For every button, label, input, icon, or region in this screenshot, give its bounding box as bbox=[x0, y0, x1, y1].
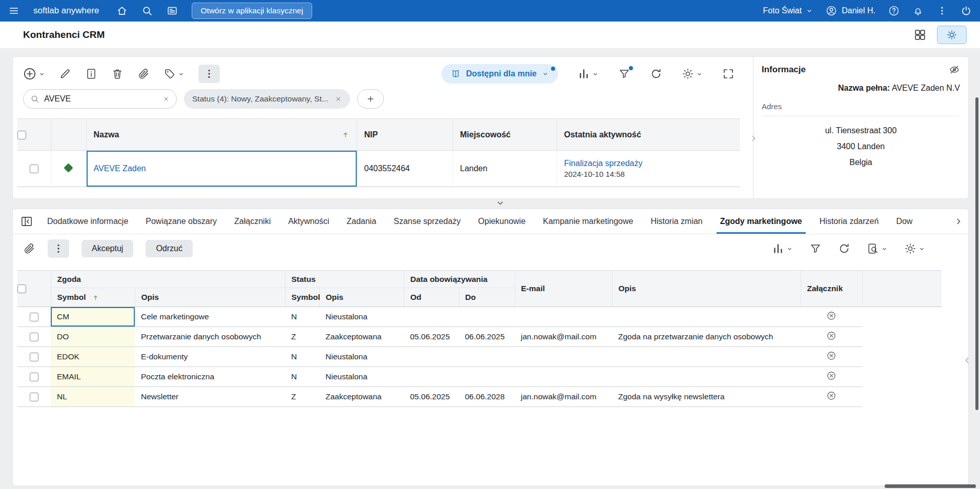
add-filter-button[interactable] bbox=[357, 89, 384, 109]
hide-panel-icon[interactable] bbox=[949, 64, 960, 75]
more-actions-button[interactable] bbox=[198, 65, 220, 83]
symbol-column-header[interactable]: Symbol bbox=[51, 288, 135, 307]
consent-description-link[interactable]: Newsletter bbox=[135, 387, 285, 407]
from-column-header[interactable]: Od bbox=[404, 288, 459, 307]
logout-icon[interactable] bbox=[961, 5, 972, 16]
tab-zadania[interactable]: Zadania bbox=[338, 209, 385, 234]
record-details-button[interactable] bbox=[85, 68, 97, 80]
consent-refresh-button[interactable] bbox=[838, 242, 850, 255]
consent-row[interactable]: EDOK E-dokumenty N Nieustalona bbox=[17, 347, 942, 367]
attachment-column-header[interactable]: Załącznik bbox=[801, 271, 862, 307]
layout-grid-icon[interactable] bbox=[913, 28, 927, 42]
consent-symbol-cell[interactable]: DO bbox=[51, 327, 135, 347]
contractor-name-cell[interactable]: AVEVE Zaden bbox=[86, 151, 357, 187]
consent-description-link[interactable]: Poczta elektroniczna bbox=[135, 367, 285, 387]
consent-row[interactable]: EMAIL Poczta elektroniczna N Nieustalona bbox=[17, 367, 942, 387]
tab-opiekunowie[interactable]: Opiekunowie bbox=[469, 209, 535, 234]
status-symbol-column-header[interactable]: Symbol bbox=[285, 288, 319, 307]
consent-symbol-cell[interactable]: NL bbox=[51, 387, 135, 407]
consent-row[interactable]: CM Cele marketingowe N Nieustalona bbox=[17, 307, 942, 327]
tags-button[interactable] bbox=[164, 68, 185, 80]
home-icon[interactable] bbox=[116, 5, 128, 16]
email-column-header[interactable]: E-mail bbox=[515, 271, 612, 307]
tab-kampanie-marketingowe[interactable]: Kampanie marketingowe bbox=[534, 209, 642, 234]
nip-column-header[interactable]: NIP bbox=[357, 119, 453, 151]
filter-button[interactable] bbox=[618, 68, 630, 80]
refresh-button[interactable] bbox=[650, 68, 662, 80]
list-search-input[interactable]: AVEVE bbox=[23, 89, 177, 109]
status-filter-chip[interactable]: Status (4): Nowy, Zaakceptowany, St... bbox=[184, 89, 350, 109]
edit-record-button[interactable] bbox=[59, 68, 71, 80]
vertical-scrollbar[interactable] bbox=[975, 97, 978, 410]
user-menu[interactable]: Daniel H. bbox=[826, 5, 875, 16]
remove-filter-icon[interactable] bbox=[335, 95, 342, 103]
select-all-checkbox[interactable] bbox=[17, 131, 26, 139]
tab-historia-zdarzen[interactable]: Historia zdarzeń bbox=[811, 209, 888, 234]
chart-view-button[interactable] bbox=[578, 68, 599, 80]
tab-zalaczniki[interactable]: Załączniki bbox=[226, 209, 279, 234]
open-classic-app-button[interactable]: Otwórz w aplikacji klasycznej bbox=[192, 3, 313, 19]
attachments-button[interactable] bbox=[137, 68, 150, 80]
side-panel-collapse-toggle[interactable] bbox=[963, 356, 972, 365]
row-checkbox[interactable] bbox=[30, 333, 38, 341]
status-description-column-header[interactable]: Opis bbox=[319, 288, 404, 307]
tabs-scroll-right[interactable] bbox=[940, 210, 968, 233]
row-checkbox[interactable] bbox=[30, 373, 38, 381]
news-icon[interactable] bbox=[167, 5, 178, 16]
activity-link[interactable]: Finalizacja sprzedaży bbox=[564, 159, 733, 168]
tab-szanse-sprzedazy[interactable]: Szanse sprzedaży bbox=[385, 209, 469, 234]
accept-button[interactable]: Akceptuj bbox=[81, 240, 133, 257]
clear-search-icon[interactable] bbox=[162, 95, 170, 103]
consent-settings-button[interactable] bbox=[904, 242, 925, 255]
to-column-header[interactable]: Do bbox=[459, 288, 515, 307]
description-column-header[interactable]: Opis bbox=[612, 271, 801, 307]
consent-row[interactable]: DO Przetwarzanie danych osobowych Z Zaak… bbox=[17, 327, 942, 347]
name-column-header[interactable]: Nazwa bbox=[86, 119, 357, 151]
add-record-button[interactable] bbox=[23, 67, 45, 80]
attachment-icon[interactable] bbox=[826, 311, 836, 321]
attachment-icon[interactable] bbox=[826, 371, 836, 381]
consent-chart-view-button[interactable] bbox=[772, 242, 793, 255]
consent-symbol-cell[interactable]: EMAIL bbox=[51, 367, 135, 387]
consent-row[interactable]: NL Newsletter Z Zaakceptowana 05.06.2025… bbox=[17, 387, 942, 407]
attachment-icon[interactable] bbox=[826, 331, 836, 341]
menu-icon[interactable] bbox=[8, 5, 19, 16]
theme-toggle-button[interactable] bbox=[937, 26, 967, 44]
consent-description-link[interactable]: Przetwarzanie danych osobowych bbox=[135, 327, 285, 347]
consent-description-link[interactable]: Cele marketingowe bbox=[135, 307, 285, 327]
attachment-icon[interactable] bbox=[826, 391, 836, 401]
row-checkbox[interactable] bbox=[30, 313, 38, 321]
horizontal-scrollbar[interactable] bbox=[885, 484, 976, 488]
detail-form-icon[interactable] bbox=[20, 215, 33, 228]
split-collapse-button[interactable] bbox=[495, 198, 505, 208]
row-checkbox[interactable] bbox=[30, 165, 38, 173]
company-switcher[interactable]: Foto Świat bbox=[763, 6, 813, 15]
fullscreen-button[interactable] bbox=[722, 68, 734, 80]
contractor-row[interactable]: AVEVE Zaden 0403552464 Landen Finalizacj… bbox=[17, 151, 740, 187]
consent-symbol-cell[interactable]: CM bbox=[51, 307, 135, 327]
attachment-icon[interactable] bbox=[826, 351, 836, 361]
consent-more-actions-button[interactable] bbox=[48, 239, 69, 258]
settings-button[interactable] bbox=[682, 68, 703, 80]
city-column-header[interactable]: Miejscowość bbox=[453, 119, 557, 151]
delete-record-button[interactable] bbox=[111, 68, 124, 80]
tab-powiazane-obszary[interactable]: Powiązane obszary bbox=[137, 209, 226, 234]
consent-attachments-button[interactable] bbox=[23, 242, 35, 255]
tab-aktywnosci[interactable]: Aktywności bbox=[279, 209, 338, 234]
more-options-icon[interactable] bbox=[936, 5, 948, 16]
scope-filter-button[interactable]: Dostępni dla mnie bbox=[441, 64, 558, 84]
row-checkbox[interactable] bbox=[30, 353, 38, 361]
help-icon[interactable] bbox=[888, 5, 900, 16]
global-search-icon[interactable] bbox=[141, 5, 153, 16]
tab-truncated[interactable]: Dow bbox=[887, 209, 921, 234]
tab-historia-zmian[interactable]: Historia zmian bbox=[642, 209, 711, 234]
consent-description-column-header[interactable]: Opis bbox=[135, 288, 285, 307]
notifications-icon[interactable] bbox=[912, 5, 924, 16]
select-all-checkbox[interactable] bbox=[17, 284, 26, 293]
consent-symbol-cell[interactable]: EDOK bbox=[51, 347, 135, 367]
consent-search-button[interactable] bbox=[867, 242, 888, 255]
tab-zgody-marketingowe[interactable]: Zgody marketingowe bbox=[711, 209, 811, 234]
tab-dodatkowe-informacje[interactable]: Dodatkowe informacje bbox=[38, 209, 137, 234]
consent-filter-button[interactable] bbox=[809, 242, 822, 255]
row-checkbox[interactable] bbox=[30, 393, 38, 401]
